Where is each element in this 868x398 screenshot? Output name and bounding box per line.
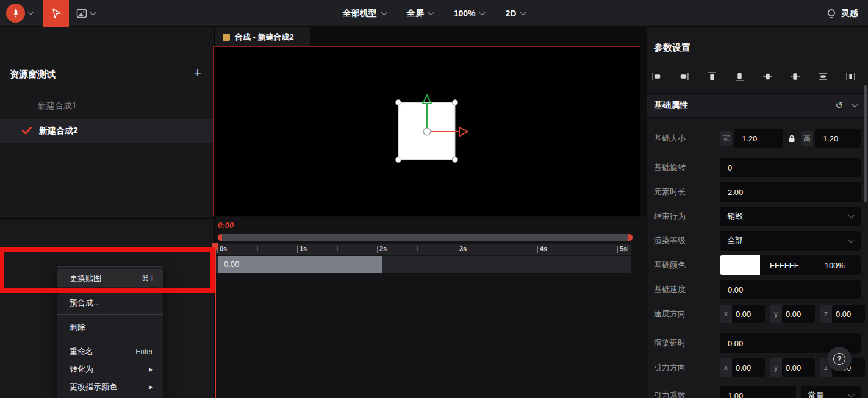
chevron-down-icon <box>848 236 855 243</box>
menu-item-convert-to[interactable]: 转化为 <box>57 360 163 378</box>
speed-input[interactable]: 0.00 <box>720 280 861 299</box>
timecode-display: 0:00 <box>218 221 234 230</box>
chevron-down-icon <box>381 9 387 15</box>
render-level-select[interactable]: 全部 <box>720 231 861 251</box>
color-swatch[interactable] <box>720 255 760 275</box>
image-icon <box>76 8 87 19</box>
gravity-coef-mode-select[interactable]: 常量 <box>801 386 861 398</box>
zoom-dropdown[interactable]: 100% <box>454 9 485 18</box>
section-title: 基础属性 <box>654 100 688 111</box>
inspector-scrollbar[interactable] <box>864 85 867 202</box>
align-bottom-button[interactable] <box>734 70 746 82</box>
collapse-chevron-icon[interactable] <box>852 101 858 107</box>
menu-separator <box>57 290 163 291</box>
align-left-button[interactable] <box>650 70 662 82</box>
field-speed-direction: 速度方向 x0.00 y0.00 z0.00 <box>654 302 861 326</box>
field-label: 基础大小 <box>654 133 720 144</box>
gravity-coef-input[interactable]: 1.00 <box>720 386 796 398</box>
color-hex-value[interactable]: FFFFFF <box>770 261 799 270</box>
select-tool-button[interactable] <box>43 0 69 27</box>
timeline-ruler[interactable]: 0s 1s 2s 3s 4s 5s <box>215 244 631 255</box>
lock-ratio-icon[interactable] <box>786 132 798 144</box>
app-menu[interactable] <box>6 4 33 23</box>
device-dropdown[interactable]: 全部机型 <box>343 8 386 19</box>
help-button[interactable]: ? <box>827 347 852 371</box>
align-vertical-center-button[interactable] <box>761 70 773 82</box>
timeline-range-scrollbar[interactable] <box>218 234 633 241</box>
align-top-button[interactable] <box>706 70 718 82</box>
center-handle[interactable] <box>423 128 431 135</box>
ruler-tick: 5s <box>620 245 627 252</box>
menu-item-label: 更改指示颜色 <box>70 382 117 393</box>
image-tool-button[interactable] <box>71 0 100 27</box>
cursor-icon <box>50 7 62 20</box>
end-behavior-select[interactable]: 销毁 <box>720 207 861 226</box>
sprite-clip[interactable]: 0.00 <box>218 256 382 273</box>
field-end-behavior: 结束行为 销毁 <box>654 204 861 229</box>
select-value: 全部 <box>727 235 743 246</box>
account-button[interactable]: 灵感 <box>827 0 858 27</box>
playhead-line <box>215 243 216 398</box>
menu-item-change-indicator-color[interactable]: 更改指示颜色 <box>57 378 163 396</box>
ruler-tick: 0s <box>220 245 227 252</box>
inspector-panel: 参数设置 基础属性 基础大小 宽 1.20 高 <box>647 27 868 398</box>
preview-canvas[interactable] <box>213 46 640 216</box>
menu-item-precompose[interactable]: 预合成... <box>57 294 163 311</box>
composition-item-label: 新建合成2 <box>39 126 78 137</box>
assets-panel: 资源窗测试 新建合成1 新建合成2 <box>0 27 215 218</box>
speed-y-input[interactable]: 0.00 <box>782 305 815 323</box>
corner-handle[interactable] <box>396 157 401 163</box>
menu-item-label: 更换贴图 <box>70 273 101 284</box>
assets-panel-title: 资源窗测试 <box>10 69 56 80</box>
gravity-x-input[interactable]: 0.00 <box>732 358 765 377</box>
menu-item-label: 重命名 <box>70 346 93 357</box>
gravity-y-input[interactable]: 0.00 <box>782 358 815 377</box>
submenu-arrow-icon <box>149 384 153 390</box>
field-label: 基础速度 <box>654 284 720 295</box>
corner-handle[interactable] <box>453 100 458 105</box>
mode-dropdown[interactable]: 2D <box>505 9 525 18</box>
field-gravity-coefficient: 引力系数 1.00 常量 <box>654 383 861 398</box>
alignment-toolbar <box>650 66 857 86</box>
field-render-level: 渲染等级 全部 <box>654 229 861 253</box>
corner-handle[interactable] <box>453 157 458 163</box>
height-input[interactable]: 1.20 <box>815 129 861 148</box>
menu-item-rename[interactable]: 重命名 Enter <box>57 343 163 360</box>
align-right-button[interactable] <box>678 70 690 82</box>
corner-handle[interactable] <box>396 100 401 105</box>
section-basic-properties[interactable]: 基础属性 <box>647 93 868 118</box>
ruler-tick: 2s <box>379 245 387 252</box>
zoom-dropdown-label: 100% <box>454 9 476 18</box>
reset-icon[interactable] <box>835 100 843 111</box>
field-label: 元素时长 <box>654 187 720 197</box>
device-dropdown-label: 全部机型 <box>343 8 377 19</box>
composition-item-1[interactable]: 新建合成1 <box>38 101 77 112</box>
rotation-input[interactable]: 0 <box>720 158 861 177</box>
menu-item-delete[interactable]: 删除 <box>57 318 163 336</box>
distribute-horizontal-button[interactable] <box>845 70 857 82</box>
distribute-vertical-button[interactable] <box>817 70 829 82</box>
field-label: 速度方向 <box>654 308 720 319</box>
menu-item-label: 转化为 <box>70 364 93 375</box>
chevron-down-icon <box>28 9 34 15</box>
menu-item-label: 预合成... <box>70 297 100 308</box>
ruler-tick: 3s <box>459 245 467 252</box>
speed-z-input[interactable]: 0.00 <box>832 305 865 323</box>
duration-input[interactable]: 2.00 <box>720 182 861 202</box>
speed-x-input[interactable]: 0.00 <box>732 305 765 323</box>
add-composition-button[interactable] <box>190 65 206 81</box>
color-alpha-value[interactable]: 100% <box>825 261 845 270</box>
check-icon <box>22 127 32 135</box>
field-label: 基础旋转 <box>654 162 720 173</box>
viewport-tabbar: 合成 - 新建合成2 <box>215 27 646 46</box>
x-chip: x <box>720 358 732 377</box>
composition-item-2-selected[interactable]: 新建合成2 <box>0 119 215 143</box>
align-horizontal-center-button[interactable] <box>789 70 802 82</box>
menu-item-replace-texture[interactable]: 更换贴图 ⌘ I <box>57 269 163 287</box>
width-input[interactable]: 1.20 <box>734 129 783 148</box>
fullscreen-dropdown[interactable]: 全屏 <box>407 8 433 19</box>
range-start-handle[interactable] <box>218 234 222 241</box>
chevron-down-icon <box>428 9 434 15</box>
tab-composition[interactable]: 合成 - 新建合成2 <box>215 27 310 46</box>
field-label: 渲染等级 <box>654 235 720 246</box>
